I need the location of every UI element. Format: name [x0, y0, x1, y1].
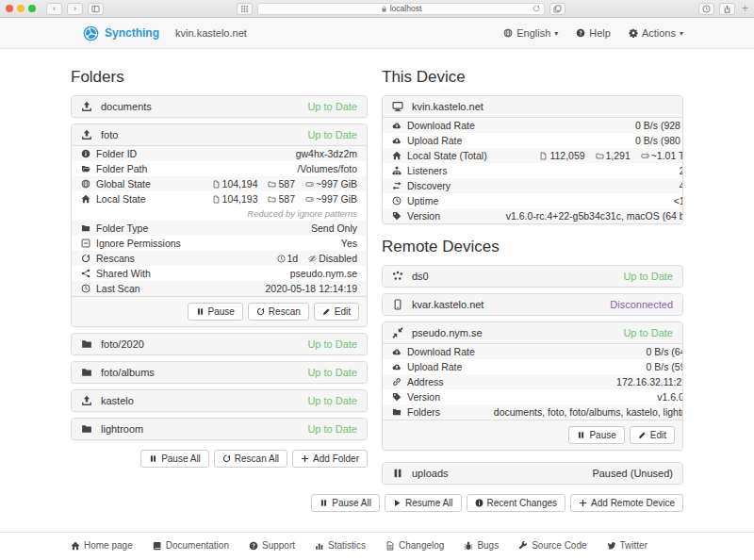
add-remote-device-button[interactable]: Add Remote Device [570, 494, 683, 512]
device-row-uploads[interactable]: uploads Paused (Unused) [383, 463, 682, 484]
detail-row-upload-rate: Upload Rate 0 B/s (980 B) [383, 133, 683, 148]
folder-row-fotoalbums[interactable]: foto/albums Up to Date [72, 362, 367, 383]
sitemap-icon [392, 166, 402, 175]
device-row-kvar[interactable]: kvar.kastelo.net Disconnected [383, 294, 682, 315]
detail-row-folder-type: Folder Type Send Only [72, 221, 367, 236]
minimize-window-button[interactable] [17, 5, 25, 12]
edit-device-button[interactable]: Edit [630, 426, 675, 444]
caret-down-icon: ▾ [680, 29, 683, 38]
hdd-icon [305, 195, 314, 204]
folder-row-foto[interactable]: foto Up to Date [72, 124, 367, 145]
folder-row-lightroom[interactable]: lightroom Up to Date [72, 419, 367, 439]
resume-all-button[interactable]: Resume All [385, 494, 462, 512]
folder-status: Up to Date [307, 367, 357, 378]
cloud-upload-icon [392, 362, 402, 371]
detail-row-ignore-permissions: Ignore Permissions Yes [72, 236, 367, 251]
send-only-folder-icon [81, 101, 92, 112]
edit-folder-button[interactable]: Edit [314, 303, 359, 321]
brand[interactable]: Syncthing [83, 25, 159, 41]
rescan-folder-button[interactable]: Rescan [248, 303, 309, 321]
pause-all-folders-button[interactable]: Pause All [140, 450, 209, 468]
plus-icon [579, 499, 587, 507]
info-icon [475, 499, 484, 507]
device-name: kvin.kastelo.net [412, 101, 484, 112]
downloads-button[interactable] [698, 3, 714, 15]
pause-folder-button[interactable]: Pause [188, 303, 243, 321]
device-row-ds0[interactable]: ds0 Up to Date [383, 266, 682, 287]
footer-link-source-code[interactable]: Source Code [518, 540, 586, 551]
back-button[interactable]: ‹ [46, 3, 62, 15]
favorites-button[interactable] [237, 3, 253, 15]
clock-icon [277, 255, 286, 263]
footer-link-statistics[interactable]: Statistics [315, 540, 366, 551]
language-menu[interactable]: English ▾ [503, 27, 558, 39]
help-menu[interactable]: Help [576, 27, 611, 39]
this-device-row[interactable]: kvin.kastelo.net [383, 96, 682, 117]
folder-row-kastelo[interactable]: kastelo Up to Date [72, 390, 367, 411]
sidebar-toggle-button[interactable] [88, 3, 104, 15]
folder-open-icon [81, 164, 90, 173]
cloud-download-icon [392, 121, 402, 130]
device-name: pseudo.nym.se [412, 327, 483, 338]
device-status: Up to Date [623, 271, 673, 282]
folder-icon [268, 195, 276, 204]
share-button[interactable] [719, 3, 735, 15]
pencil-icon [322, 307, 331, 316]
add-folder-button[interactable]: Add Folder [292, 450, 368, 468]
pause-icon [320, 499, 328, 507]
footer-link-changelog[interactable]: Changelog [385, 540, 444, 551]
detail-row-address: Address 172.16.32.11:22000 [383, 374, 683, 389]
forward-button[interactable]: › [67, 3, 83, 15]
folder-row-foto2020[interactable]: foto/2020 Up to Date [72, 334, 367, 354]
actions-menu[interactable]: Actions ▾ [629, 27, 683, 39]
detail-row-discovery: Discovery 4/5 [383, 178, 683, 193]
detail-row-shared-with: Shared With pseudo.nym.se [72, 266, 367, 281]
footer-link-twitter[interactable]: Twitter [607, 540, 647, 551]
footer-link-bugs[interactable]: Bugs [464, 540, 499, 551]
folder-status: Up to Date [307, 423, 357, 435]
reload-icon[interactable] [533, 5, 540, 12]
footer-link-support[interactable]: Support [249, 540, 295, 551]
new-tab-button[interactable]: + [742, 2, 748, 15]
zoom-window-button[interactable] [28, 5, 36, 12]
link-icon [392, 377, 402, 387]
hdd-icon [305, 180, 314, 189]
bug-icon [464, 541, 473, 551]
refresh-icon [81, 254, 90, 263]
close-window-button[interactable] [6, 5, 13, 12]
file-icon [539, 152, 548, 160]
recent-changes-button[interactable]: Recent Changes [467, 494, 566, 512]
pause-all-devices-button[interactable]: Pause All [311, 494, 380, 512]
folder-panel-foto: foto Up to Date Folder ID gw4hx-3dz2m Fo… [71, 124, 368, 327]
device-status: Disconnected [610, 299, 673, 310]
tag-icon [392, 211, 402, 221]
compress-icon [392, 327, 403, 338]
share-alt-icon [81, 269, 90, 278]
help-label: Help [589, 27, 611, 39]
tab-overview-button[interactable] [549, 3, 566, 15]
device-name: ds0 [412, 271, 429, 282]
plus-icon [301, 454, 309, 463]
pause-icon [392, 468, 403, 479]
folder-status: Up to Date [307, 129, 357, 140]
exchange-icon [392, 181, 402, 190]
wrench-icon [518, 541, 528, 551]
hdd-icon [641, 152, 649, 160]
footer-link-home[interactable]: Home page [71, 540, 133, 551]
this-device-title: This Device [382, 68, 683, 87]
device-row-pseudo[interactable]: pseudo.nym.se Up to Date [383, 322, 682, 343]
detail-row-uptime: Uptime <1m [383, 193, 683, 208]
file-icon [212, 180, 221, 189]
footer-link-documentation[interactable]: Documentation [153, 540, 229, 551]
home-icon [81, 194, 90, 204]
question-icon [576, 28, 585, 38]
pause-device-button[interactable]: Pause [568, 426, 624, 444]
clock-icon [392, 196, 402, 206]
device-icon [392, 299, 403, 310]
folder-row-documents[interactable]: documents Up to Date [72, 96, 367, 117]
detail-row-version: Version v1.6.0-rc.4+22-g5b34c31c, macOS … [383, 208, 683, 223]
current-device-name: kvin.kastelo.net [175, 27, 247, 39]
info-icon [81, 149, 90, 158]
rescan-all-button[interactable]: Rescan All [214, 450, 287, 468]
address-bar[interactable]: localhost [257, 3, 545, 15]
